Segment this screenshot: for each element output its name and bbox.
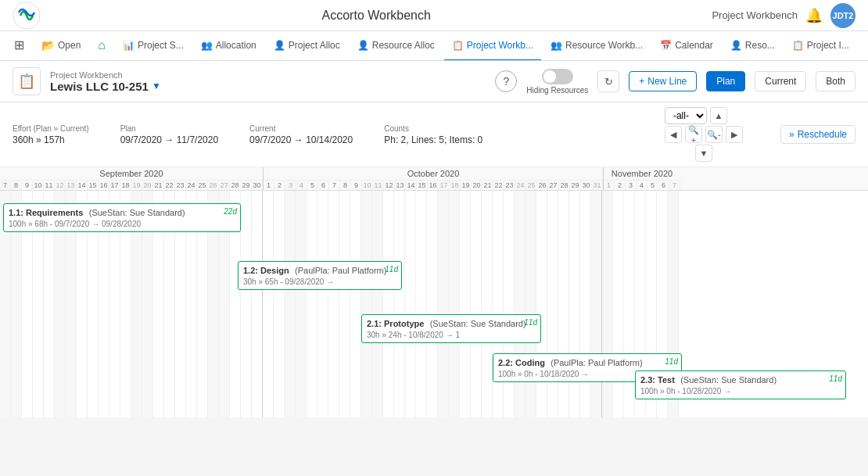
day-label: 27 xyxy=(219,181,230,190)
day-label: 5 xyxy=(647,181,658,190)
task-2-3[interactable]: 2.3: Test (SueStan: Sue Standard) 100h »… xyxy=(635,370,846,399)
day-label: 17 xyxy=(109,181,120,190)
day-label: 9 xyxy=(22,181,33,190)
counts-info: Counts Ph: 2, Lines: 5; Items: 0 xyxy=(384,124,482,145)
counts-label: Counts xyxy=(384,124,482,133)
day-label: 7 xyxy=(0,181,11,190)
day-label: 12 xyxy=(55,181,66,190)
day-label: 15 xyxy=(417,181,428,190)
next-button[interactable]: ▶ xyxy=(726,126,743,143)
day-label: 17 xyxy=(439,181,450,190)
day-label: 2 xyxy=(274,181,285,190)
zoom-out-button[interactable]: 🔍- xyxy=(705,126,723,143)
refresh-button[interactable]: ↻ xyxy=(597,70,619,92)
both-button[interactable]: Both xyxy=(816,71,855,91)
reso-icon: 👤 xyxy=(730,40,742,51)
day-label: 30 xyxy=(252,181,263,190)
day-label: 1 xyxy=(604,181,615,190)
task-1-2[interactable]: 1.2: Design (PaulPla: Paul Platform) 30h… xyxy=(238,261,402,290)
day-label: 24 xyxy=(515,181,526,190)
gantt-container: September 2020 7 8 9 10 11 12 13 14 15 1… xyxy=(0,167,868,417)
task-2-3-resource: (SueStan: Sue Standard) xyxy=(680,375,777,385)
day-label: 27 xyxy=(548,181,559,190)
zoom-in-button[interactable]: 🔍+ xyxy=(685,126,702,143)
day-label: 2 xyxy=(615,181,626,190)
day-label: 26 xyxy=(537,181,548,190)
user-avatar[interactable]: JDT2 xyxy=(830,3,855,28)
day-label: 12 xyxy=(384,181,395,190)
task-1-1-duration: 22d xyxy=(224,207,237,216)
day-label: 10 xyxy=(362,181,373,190)
tab-project-s[interactable]: 📊 Project S... xyxy=(115,31,192,61)
tab-resource-workb[interactable]: 👥 Resource Workb... xyxy=(543,31,651,61)
expand-row: ▼ xyxy=(665,145,743,162)
day-label: 21 xyxy=(153,181,164,190)
expand-button[interactable]: ▼ xyxy=(695,145,712,162)
plan-info: Plan 09/7/2020 → 11/7/2020 xyxy=(120,124,218,145)
help-button[interactable]: ? xyxy=(495,70,517,92)
filter-select[interactable]: -all- xyxy=(665,107,707,124)
day-label: 11 xyxy=(373,181,384,190)
day-label: 16 xyxy=(428,181,439,190)
sort-up-button[interactable]: ▲ xyxy=(710,107,727,124)
day-label: 6 xyxy=(658,181,669,190)
allocation-icon: 👥 xyxy=(201,40,213,51)
day-label: 19 xyxy=(131,181,142,190)
new-line-button[interactable]: + New Line xyxy=(629,71,697,91)
day-label: 13 xyxy=(395,181,406,190)
current-button[interactable]: Current xyxy=(755,71,806,91)
reschedule-button[interactable]: » Reschedule xyxy=(780,125,855,144)
tab-home[interactable]: ⌂ xyxy=(90,31,113,61)
tab-calendar[interactable]: 📅 Calendar xyxy=(652,31,721,61)
plan-label: Plan xyxy=(120,124,218,133)
info-bar: Effort (Plan » Current) 360h » 157h Plan… xyxy=(0,102,868,167)
day-label: 1 xyxy=(264,181,274,190)
bell-icon[interactable]: 🔔 xyxy=(805,7,823,24)
task-1-1-title: 1.1: Requirements xyxy=(9,208,83,217)
day-label: 22 xyxy=(164,181,175,190)
filter-row: -all- ▲ xyxy=(665,107,743,124)
day-label: 7 xyxy=(669,181,680,190)
task-2-1-resource: (SueStan: Sue Standard) xyxy=(430,319,526,328)
resource-workb-icon: 👥 xyxy=(551,40,562,51)
plan-value: 09/7/2020 → 11/7/2020 xyxy=(120,134,218,145)
tab-project-workb[interactable]: 📋 Project Workb... xyxy=(444,31,541,61)
day-label: 3 xyxy=(285,181,296,190)
task-1-1[interactable]: 1.1: Requirements (SueStan: Sue Standard… xyxy=(3,203,241,232)
task-2-3-duration: 11d xyxy=(829,374,842,383)
tab-grid[interactable]: ⊞ xyxy=(6,31,32,61)
project-workbench-label: Project Workbench xyxy=(50,70,161,80)
tab-project-alloc[interactable]: 👤 Project Alloc xyxy=(266,31,348,61)
month-nov-label: November 2020 xyxy=(604,167,680,181)
new-line-plus-icon: + xyxy=(639,76,644,87)
tab-resource-alloc[interactable]: 👤 Resource Alloc xyxy=(350,31,443,61)
task-2-2-duration: 11d xyxy=(665,357,678,366)
project-name: Lewis LLC 10-251 ▼ xyxy=(50,80,161,93)
task-1-1-detail: 100h » 68h - 09/7/2020 → 09/28/2020 xyxy=(9,220,235,228)
hiding-resources-toggle[interactable] xyxy=(542,69,573,84)
tab-allocation[interactable]: 👥 Allocation xyxy=(193,31,264,61)
day-label: 7 xyxy=(329,181,340,190)
gantt-body: 1.1: Requirements (SueStan: Sue Standard… xyxy=(0,191,868,417)
tab-open[interactable]: 📂 Open xyxy=(34,31,88,61)
toggle-container: Hiding Resources xyxy=(526,69,588,95)
day-label: 8 xyxy=(340,181,351,190)
plan-button[interactable]: Plan xyxy=(706,71,745,91)
sep-days: 7 8 9 10 11 12 13 14 15 16 17 18 19 20 2… xyxy=(0,181,263,190)
day-label: 25 xyxy=(526,181,537,190)
toolbar: 📋 Project Workbench Lewis LLC 10-251 ▼ ?… xyxy=(0,61,868,102)
prev-button[interactable]: ◀ xyxy=(665,126,682,143)
tab-project-i[interactable]: 📋 Project I... xyxy=(784,31,857,61)
current-info: Current 09/7/2020 → 10/14/2020 xyxy=(249,124,353,145)
tab-reso[interactable]: 👤 Reso... xyxy=(723,31,783,61)
oct-days: 1 2 3 4 5 6 7 8 9 10 11 12 13 14 15 16 1… xyxy=(264,181,603,190)
task-2-2-title: 2.2: Coding xyxy=(498,358,545,367)
task-1-2-detail: 30h » 65h - 09/28/2020 → xyxy=(243,277,396,286)
current-label: Current xyxy=(249,124,353,133)
reschedule-icon: » xyxy=(789,129,794,140)
task-2-1[interactable]: 2.1: Prototype (SueStan: Sue Standard) 3… xyxy=(361,314,541,343)
counts-value: Ph: 2, Lines: 5; Items: 0 xyxy=(384,134,482,145)
project-dropdown-icon[interactable]: ▼ xyxy=(152,81,161,91)
month-oct: October 2020 1 2 3 4 5 6 7 8 9 10 11 12 … xyxy=(264,167,604,190)
day-label: 15 xyxy=(88,181,99,190)
